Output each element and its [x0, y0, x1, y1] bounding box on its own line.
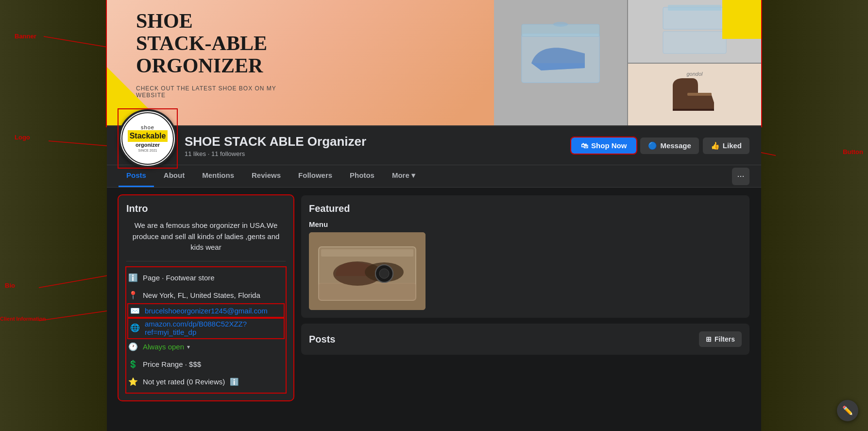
page-title: SHOE STACK ABLE Organizer [185, 134, 571, 149]
menu-label: Menu [309, 220, 742, 228]
location-icon: 📍 [128, 291, 138, 300]
annotation-banner: Banner [15, 33, 36, 40]
annotation-arrows-right [761, 0, 868, 431]
chevron-down-icon[interactable]: ▾ [187, 344, 190, 350]
page-stats: 11 likes · 11 followers [185, 150, 571, 157]
logo-text-shoe: shoe [141, 124, 154, 130]
posts-card: Posts ⊞ Filters [301, 324, 749, 355]
posts-header: Posts ⊞ Filters [309, 331, 742, 347]
annotation-logo: Logo [15, 134, 30, 141]
gondol-svg: gondol [658, 66, 731, 124]
intro-card: Intro We are a femous shoe orgonizer in … [119, 195, 293, 400]
logo-inner: shoe Stackable orgonizer SINCE 2021 [121, 112, 174, 165]
message-icon: 🔵 [648, 141, 657, 150]
svg-rect-13 [687, 93, 712, 96]
info-email: ✉️ brucelshoeorgonizer1245@gmail.com [128, 304, 284, 318]
tab-mentions[interactable]: Mentions [194, 165, 242, 187]
nav-tabs: Posts About Mentions Reviews Followers P… [107, 165, 761, 188]
main-page: SHOE STACK-ABLE ORGONIZER CHECK OUT THE … [107, 0, 761, 431]
annotation-arrows [0, 0, 107, 431]
info-icon: ℹ️ [128, 273, 138, 283]
cover-photo: SHOE STACK-ABLE ORGONIZER CHECK OUT THE … [107, 0, 761, 126]
page-outer: Banner Logo Bio Client Information [0, 0, 868, 431]
cover-shoe-box-large [494, 0, 627, 126]
client-info-section: ℹ️ Page · Footwear store 📍 New York, FL,… [126, 267, 286, 393]
svg-rect-9 [663, 32, 726, 53]
info-hours: 🕐 Always open ▾ [128, 338, 284, 356]
tab-posts[interactable]: Posts [119, 165, 154, 187]
intro-bio: We are a femous shoe orgonizer in USA.We… [126, 220, 286, 253]
info-page-type: ℹ️ Page · Footwear store [128, 269, 284, 287]
logo-text-orgonizer: orgonizer [136, 142, 160, 148]
featured-card: Featured Menu [301, 195, 749, 318]
featured-title: Featured [309, 203, 742, 214]
shoe-box-svg [512, 5, 609, 121]
edit-fab-button[interactable]: ✏️ [837, 400, 858, 421]
profile-avatar: shoe Stackable orgonizer SINCE 2021 [119, 109, 177, 168]
info-rating: ⭐ Not yet rated (0 Reviews) ℹ️ [128, 373, 284, 391]
tab-reviews[interactable]: Reviews [244, 165, 289, 187]
right-sidebar-gradient: Button [761, 0, 868, 431]
globe-icon: 🌐 [130, 323, 140, 333]
shopping-bag-icon: 🛍 [581, 141, 588, 150]
featured-image [309, 232, 425, 310]
posts-title: Posts [309, 334, 335, 345]
left-sidebar-gradient: Banner Logo Bio Client Information [0, 0, 107, 431]
clock-icon: 🕐 [128, 342, 138, 352]
product-image-svg [309, 232, 425, 310]
profile-info: SHOE STACK ABLE Organizer 11 likes · 11 … [185, 134, 571, 157]
annotation-client-info: Client Information [0, 316, 46, 322]
profile-section: shoe Stackable orgonizer SINCE 2021 SHOE… [107, 126, 761, 165]
info-price: 💲 Price Range · $$$ [128, 356, 284, 373]
svg-text:gondol: gondol [686, 71, 703, 77]
yellow-corner [722, 0, 761, 39]
thumbs-up-icon: 👍 [711, 141, 720, 150]
filters-button[interactable]: ⊞ Filters [699, 331, 742, 347]
star-icon: ⭐ [128, 377, 138, 387]
shop-now-button[interactable]: 🛍 Shop Now [571, 138, 636, 154]
svg-point-7 [553, 22, 568, 27]
tab-more[interactable]: More ▾ [384, 165, 423, 187]
body-layout: Intro We are a femous shoe orgonizer in … [107, 188, 761, 414]
info-location: 📍 New York, FL, United States, Florida [128, 287, 284, 304]
cover-gondol-cell: gondol [628, 64, 761, 126]
svg-rect-16 [319, 283, 416, 300]
logo-text-stackable: Stackable [128, 130, 168, 141]
email-link[interactable]: brucelshoeorgonizer1245@gmail.com [145, 307, 268, 315]
svg-rect-10 [668, 5, 721, 11]
logo-text-since: SINCE 2021 [138, 149, 157, 152]
price-icon: 💲 [128, 360, 138, 369]
tab-photos[interactable]: Photos [342, 165, 382, 187]
tab-about[interactable]: About [156, 165, 192, 187]
nav-tabs-left: Posts About Mentions Reviews Followers P… [119, 165, 423, 187]
always-open-text: Always open [143, 343, 184, 351]
divider [126, 261, 286, 261]
profile-avatar-wrapper: shoe Stackable orgonizer SINCE 2021 [119, 109, 177, 168]
info-website: 🌐 amazon.com/dp/B088C52XZZ?ref=myi_title… [128, 318, 284, 338]
website-link[interactable]: amazon.com/dp/B088C52XZZ?ref=myi_title_d… [145, 320, 282, 336]
tab-followers[interactable]: Followers [290, 165, 340, 187]
annotation-button: Button [795, 148, 863, 155]
always-open-row: Always open ▾ [143, 343, 190, 351]
filter-icon: ⊞ [706, 335, 712, 343]
annotation-bio: Bio [5, 282, 15, 289]
intro-title: Intro [126, 203, 286, 214]
right-column: Featured Menu [301, 195, 749, 406]
cover-images-grid: gondol [494, 0, 761, 126]
email-icon: ✉️ [130, 306, 140, 316]
clear-boxes-svg [658, 2, 731, 61]
svg-rect-22 [321, 249, 413, 257]
svg-point-21 [379, 269, 389, 278]
rating-info-icon[interactable]: ℹ️ [230, 378, 239, 386]
edit-icon: ✏️ [842, 405, 853, 416]
left-column: Intro We are a femous shoe orgonizer in … [119, 195, 293, 406]
profile-actions: 🛍 Shop Now 🔵 Message 👍 Liked [571, 138, 749, 154]
nav-more-options[interactable]: ··· [732, 168, 749, 185]
message-button[interactable]: 🔵 Message [640, 138, 698, 154]
liked-button[interactable]: 👍 Liked [703, 138, 749, 154]
